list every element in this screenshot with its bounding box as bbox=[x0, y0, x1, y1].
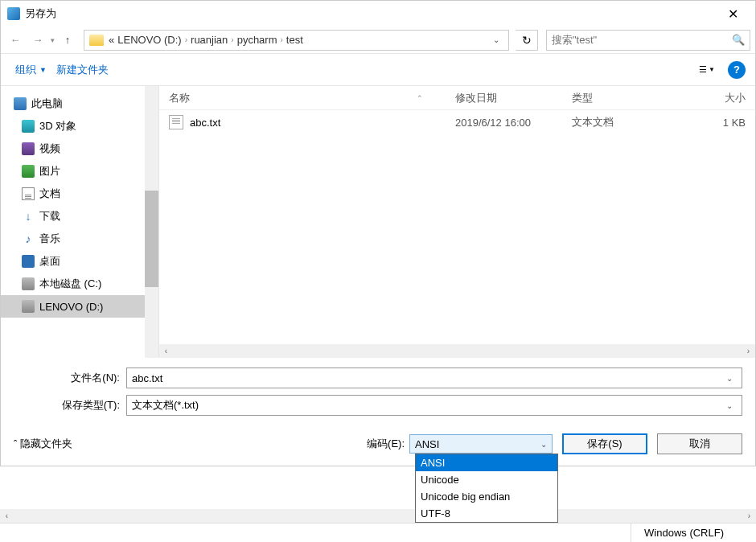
encoding-value: ANSI bbox=[415, 438, 439, 450]
pc-icon bbox=[14, 97, 27, 110]
search-input[interactable] bbox=[552, 34, 732, 46]
editor-hscrollbar[interactable]: ‹ › bbox=[0, 509, 756, 523]
chevron-down-icon: ⌄ bbox=[540, 440, 547, 449]
sidebar-item[interactable]: ↓下载 bbox=[1, 205, 145, 228]
refresh-button[interactable]: ↻ bbox=[516, 30, 538, 51]
sidebar-item[interactable]: 桌面 bbox=[1, 250, 145, 273]
encoding-menu: ANSIUnicodeUnicode big endianUTF-8 bbox=[415, 454, 558, 523]
back-button[interactable]: ← bbox=[6, 31, 25, 50]
ic-desk-icon bbox=[22, 255, 35, 268]
breadcrumb-prefix: « bbox=[109, 34, 114, 46]
help-button[interactable]: ? bbox=[728, 61, 746, 79]
text-file-icon bbox=[169, 115, 183, 129]
forward-button[interactable]: → bbox=[28, 31, 47, 50]
breadcrumb-item[interactable]: pycharm bbox=[237, 34, 277, 46]
filename-dropdown[interactable]: ⌄ bbox=[722, 374, 737, 383]
chevron-right-icon: › bbox=[281, 35, 283, 44]
column-size[interactable]: 大小 bbox=[691, 91, 746, 105]
organize-button[interactable]: 组织 ▼ bbox=[10, 60, 51, 80]
ic-music-icon: ♪ bbox=[22, 232, 35, 245]
filename-input[interactable] bbox=[132, 372, 722, 384]
sidebar-scrollbar[interactable] bbox=[145, 86, 158, 358]
app-icon bbox=[7, 7, 20, 20]
cancel-button[interactable]: 取消 bbox=[657, 433, 742, 454]
view-mode-button[interactable]: ☰ ▼ bbox=[692, 60, 721, 80]
search-box[interactable]: 🔍 bbox=[546, 30, 750, 51]
save-as-dialog: 另存为 ✕ ← → ▾ ↑ « LENOVO (D:) › ruanjian ›… bbox=[0, 0, 756, 466]
filename-field[interactable]: ⌄ bbox=[126, 367, 742, 388]
savetype-field[interactable]: 文本文档(*.txt) ⌄ bbox=[126, 395, 742, 416]
encoding-option[interactable]: Unicode big endian bbox=[416, 488, 557, 505]
chevron-icon: ˆ bbox=[14, 438, 17, 450]
hide-folders-toggle[interactable]: ˆ 隐藏文件夹 bbox=[14, 437, 72, 451]
line-ending-status: Windows (CRLF) bbox=[631, 524, 756, 542]
encoding-select[interactable]: ANSI ⌄ bbox=[409, 434, 553, 454]
horizontal-scrollbar[interactable]: ‹ › bbox=[159, 344, 755, 358]
scroll-left-icon[interactable]: ‹ bbox=[159, 344, 173, 358]
scroll-right-icon[interactable]: › bbox=[742, 509, 756, 523]
search-icon: 🔍 bbox=[732, 34, 745, 46]
breadcrumb-item[interactable]: ruanjian bbox=[191, 34, 228, 46]
encoding-label: 编码(E): bbox=[367, 437, 405, 451]
column-type[interactable]: 类型 bbox=[572, 91, 691, 105]
new-folder-button[interactable]: 新建文件夹 bbox=[51, 60, 113, 80]
sidebar-item-label: 本地磁盘 (C:) bbox=[39, 277, 101, 291]
address-bar[interactable]: « LENOVO (D:) › ruanjian › pycharm › tes… bbox=[84, 30, 509, 51]
ic-pic-icon bbox=[22, 165, 35, 178]
breadcrumb-item[interactable]: LENOVO (D:) bbox=[117, 34, 181, 46]
encoding-option[interactable]: UTF-8 bbox=[416, 505, 557, 522]
main-content: 此电脑3D 对象视频图片文档↓下载♪音乐桌面本地磁盘 (C:)LENOVO (D… bbox=[1, 86, 755, 358]
up-button[interactable]: ↑ bbox=[58, 31, 77, 50]
sidebar-item-label: 3D 对象 bbox=[39, 119, 76, 133]
history-dropdown[interactable]: ▾ bbox=[51, 36, 55, 44]
navigation-bar: ← → ▾ ↑ « LENOVO (D:) › ruanjian › pycha… bbox=[1, 27, 755, 54]
sidebar-item[interactable]: ♪音乐 bbox=[1, 228, 145, 250]
action-row: ˆ 隐藏文件夹 编码(E): ANSI ⌄ ANSIUnicodeUnicode… bbox=[1, 422, 755, 466]
file-list: abc.txt2019/6/12 16:00文本文档1 KB bbox=[159, 110, 755, 344]
sidebar-item[interactable]: 文档 bbox=[1, 183, 145, 205]
chevron-right-icon: › bbox=[231, 35, 233, 44]
folder-icon bbox=[89, 35, 104, 46]
chevron-right-icon: › bbox=[185, 35, 187, 44]
sidebar-item-label: 视频 bbox=[39, 142, 60, 156]
savetype-label: 保存类型(T): bbox=[14, 398, 126, 413]
file-header: 名称 ⌃ 修改日期 类型 大小 bbox=[159, 86, 755, 110]
close-button[interactable]: ✕ bbox=[717, 2, 749, 25]
breadcrumb-item[interactable]: test bbox=[286, 34, 303, 46]
scroll-left-icon[interactable]: ‹ bbox=[0, 509, 14, 523]
sidebar-item-label: LENOVO (D:) bbox=[39, 301, 103, 313]
column-date[interactable]: 修改日期 bbox=[455, 91, 572, 105]
titlebar: 另存为 ✕ bbox=[1, 1, 755, 27]
ic-disk-icon bbox=[22, 277, 35, 290]
sidebar-item[interactable]: LENOVO (D:) bbox=[1, 295, 145, 318]
ic-dl-icon: ↓ bbox=[22, 210, 35, 223]
organize-label: 组织 bbox=[15, 63, 36, 77]
sidebar-item[interactable]: 图片 bbox=[1, 160, 145, 183]
scrollbar-thumb[interactable] bbox=[145, 191, 158, 287]
encoding-option[interactable]: ANSI bbox=[416, 454, 557, 471]
sidebar-item[interactable]: 3D 对象 bbox=[1, 115, 145, 138]
ic-doc-icon bbox=[22, 187, 35, 200]
file-date: 2019/6/12 16:00 bbox=[455, 117, 572, 129]
file-row[interactable]: abc.txt2019/6/12 16:00文本文档1 KB bbox=[159, 110, 755, 134]
scrollbar-track[interactable] bbox=[14, 509, 742, 523]
address-dropdown[interactable]: ⌄ bbox=[489, 35, 503, 44]
sidebar: 此电脑3D 对象视频图片文档↓下载♪音乐桌面本地磁盘 (C:)LENOVO (D… bbox=[1, 86, 158, 358]
savetype-value: 文本文档(*.txt) bbox=[132, 398, 722, 413]
sidebar-item[interactable]: 本地磁盘 (C:) bbox=[1, 273, 145, 295]
savetype-dropdown[interactable]: ⌄ bbox=[722, 401, 737, 410]
filename-label: 文件名(N): bbox=[14, 371, 126, 385]
sidebar-this-pc[interactable]: 此电脑 bbox=[1, 92, 145, 115]
encoding-option[interactable]: Unicode bbox=[416, 471, 557, 488]
status-bar: Windows (CRLF) bbox=[0, 523, 756, 542]
breadcrumb: « LENOVO (D:) › ruanjian › pycharm › tes… bbox=[109, 34, 489, 46]
save-button[interactable]: 保存(S) bbox=[562, 433, 647, 454]
chevron-down-icon: ▼ bbox=[709, 66, 715, 73]
sidebar-item[interactable]: 视频 bbox=[1, 138, 145, 160]
scroll-right-icon[interactable]: › bbox=[742, 344, 755, 358]
file-area: 名称 ⌃ 修改日期 类型 大小 abc.txt2019/6/12 16:00文本… bbox=[158, 86, 755, 358]
column-name[interactable]: 名称 bbox=[169, 91, 190, 105]
ic-3d-icon bbox=[22, 120, 35, 133]
file-size: 1 KB bbox=[691, 117, 746, 129]
ic-video-icon bbox=[22, 142, 35, 155]
